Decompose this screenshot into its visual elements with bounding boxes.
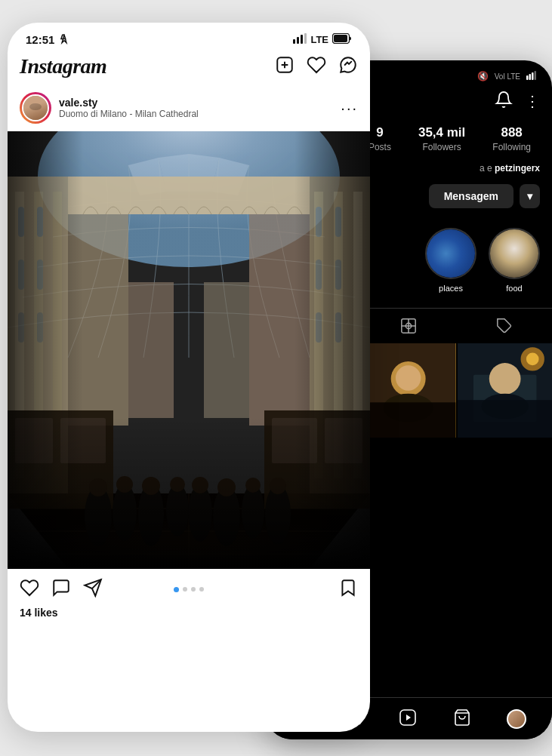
stat-posts-number: 9 (369, 125, 391, 140)
post-user[interactable]: vale.sty Duomo di Milano - Milan Cathedr… (20, 92, 199, 124)
dot-3 (191, 587, 196, 592)
signal-bars-icon (293, 33, 307, 46)
vol-lte-text: Vol LTE (495, 72, 520, 81)
post-more-button[interactable]: ··· (341, 100, 358, 117)
avatar-ring (20, 92, 51, 124)
nav-reels-icon[interactable] (399, 708, 417, 730)
svg-rect-68 (8, 418, 370, 569)
dot-2 (183, 587, 187, 592)
svg-rect-3 (304, 33, 307, 44)
grid-item-3[interactable] (458, 343, 552, 438)
add-icon[interactable] (275, 55, 295, 78)
bookmark-button[interactable] (338, 578, 358, 601)
highlight-food[interactable]: food (489, 228, 540, 293)
post-actions-wrapper (8, 569, 370, 605)
highlight-places-label: places (439, 284, 463, 293)
post-image-content (8, 131, 370, 569)
more-icon[interactable]: ⋮ (525, 92, 540, 110)
svg-rect-73 (532, 72, 534, 80)
navigation-icon (59, 34, 69, 45)
like-button[interactable] (20, 578, 39, 601)
stat-followers-number: 35,4 mil (418, 125, 465, 140)
highlight-places[interactable]: places (425, 228, 476, 293)
svg-rect-1 (297, 37, 299, 44)
svg-marker-104 (406, 715, 411, 721)
stat-following[interactable]: 888 Following (479, 125, 544, 152)
svg-rect-72 (529, 74, 532, 80)
status-bar-front: 12:51 LTE (8, 23, 370, 51)
nav-avatar (507, 709, 526, 729)
stat-followers[interactable]: 35,4 mil Followers (405, 125, 479, 152)
lte-label: LTE (310, 34, 328, 45)
svg-rect-38 (128, 282, 174, 418)
nav-shop-icon[interactable] (453, 708, 471, 730)
nav-profile-icon[interactable] (507, 709, 526, 729)
grid-item-2[interactable] (361, 343, 455, 438)
header-icons (275, 55, 358, 78)
stat-following-label: Following (492, 142, 531, 152)
dark-signal-icon (526, 69, 537, 83)
places-image (427, 229, 475, 278)
stat-followers-label: Followers (418, 142, 465, 152)
svg-rect-0 (293, 39, 295, 44)
post-location: Duomo di Milano - Milan Cathedral (59, 109, 199, 119)
grid-img-2-svg (361, 343, 455, 438)
post-username: vale.sty (59, 97, 199, 109)
instagram-logo: Instagram (20, 54, 106, 78)
followed-by-link[interactable]: petzingerx (495, 163, 540, 174)
bell-icon[interactable] (495, 91, 513, 112)
svg-rect-5 (334, 35, 347, 42)
dropdown-button[interactable]: ▾ (520, 184, 540, 208)
avatar (22, 94, 49, 121)
battery-icon (332, 33, 352, 46)
front-phone: 12:51 LTE (8, 23, 370, 732)
svg-rect-2 (301, 35, 303, 44)
messenger-icon[interactable] (338, 55, 358, 78)
instagram-header: Instagram (8, 51, 370, 85)
followed-by-text: a e (480, 163, 495, 174)
tab-reels[interactable] (361, 309, 457, 343)
stat-following-number: 888 (492, 125, 531, 140)
mute-icon: 🔇 (477, 71, 489, 81)
svg-rect-39 (204, 282, 249, 418)
post-actions-left (20, 578, 103, 601)
share-button[interactable] (83, 578, 103, 601)
svg-rect-93 (361, 402, 455, 438)
dot-1 (174, 587, 179, 592)
dot-4 (199, 587, 204, 592)
stat-posts-label: Posts (369, 142, 391, 152)
post-likes: 14 likes (8, 605, 370, 625)
tab-tagged[interactable] (456, 309, 552, 343)
post-header: vale.sty Duomo di Milano - Milan Cathedr… (8, 85, 370, 131)
highlight-food-circle (489, 228, 540, 279)
post-user-info: vale.sty Duomo di Milano - Milan Cathedr… (59, 97, 199, 119)
comment-button[interactable] (51, 578, 71, 601)
svg-point-100 (526, 353, 539, 366)
highlight-places-circle (425, 228, 476, 279)
grid-img-3-svg (458, 343, 552, 438)
post-image (8, 131, 370, 569)
svg-rect-74 (535, 71, 537, 80)
avatar-face (23, 96, 48, 120)
svg-point-96 (489, 363, 520, 395)
post-dots (174, 587, 204, 592)
status-icons-right: LTE (293, 33, 352, 46)
svg-rect-98 (458, 400, 552, 438)
svg-point-92 (396, 365, 421, 390)
status-time: 12:51 (26, 33, 54, 46)
message-button[interactable]: Mensagem (429, 184, 513, 208)
cathedral-svg (8, 131, 370, 569)
svg-rect-71 (526, 75, 529, 80)
highlight-food-label: food (506, 284, 522, 293)
food-image (490, 229, 538, 278)
svg-rect-35 (68, 177, 310, 214)
heart-icon[interactable] (307, 55, 326, 78)
